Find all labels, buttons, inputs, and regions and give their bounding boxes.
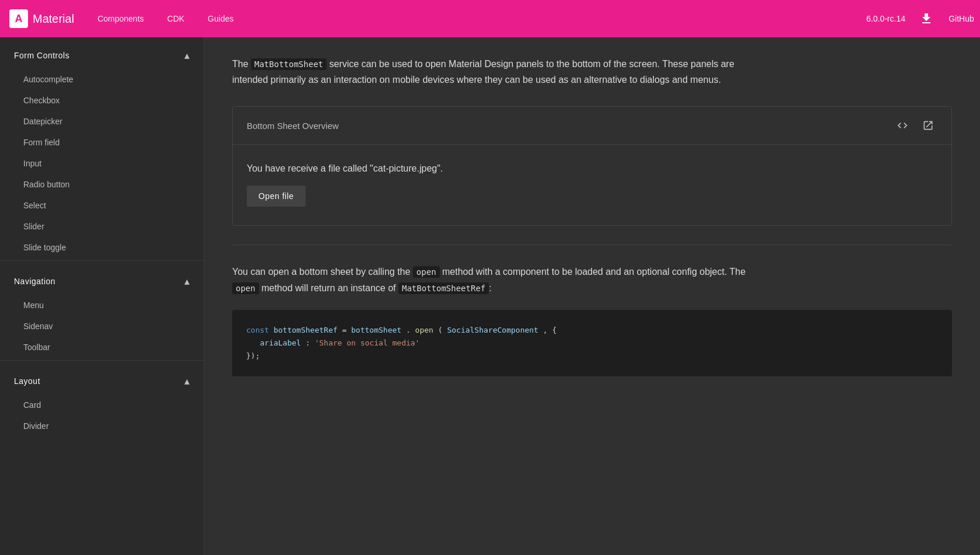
sidebar-item-divider[interactable]: Divider [0,416,204,437]
sidebar-item-radio-button[interactable]: Radio button [0,174,204,195]
sidebar-item-card[interactable]: Card [0,395,204,416]
sidebar-item-menu[interactable]: Menu [0,295,204,316]
code-view-button[interactable] [893,116,912,135]
logo-area[interactable]: A Material [9,9,74,28]
demo-title: Bottom Sheet Overview [247,121,339,131]
sidebar-item-slider[interactable]: Slider [0,216,204,237]
sidebar-item-autocomplete[interactable]: Autocomplete [0,69,204,90]
code-arg: SocialShareComponent [447,326,538,334]
code-line-3: }); [246,350,938,362]
chevron-up-icon-form-controls: ▴ [184,49,190,62]
page-layout: Form Controls ▴ Autocomplete Checkbox Da… [0,37,980,555]
demo-content: You have receive a file called "cat-pict… [233,145,951,225]
download-icon-button[interactable] [915,7,938,30]
nav-links: Components CDK Guides [88,9,866,28]
code-line-1: const bottomSheetRef = bottomSheet . ope… [246,324,938,337]
code-block: const bottomSheetRef = bottomSheet . ope… [232,310,952,376]
intro-code-1: MatBottomSheet [251,58,327,70]
code-var-name: bottomSheetRef [274,326,338,334]
sidebar-item-input[interactable]: Input [0,153,204,174]
body-code-ref: MatBottomSheetRef [398,282,489,294]
sidebar-section-title-form-controls: Form Controls [14,51,69,60]
body-text-2: method with a component to be loaded and… [440,267,746,277]
sidebar-item-select[interactable]: Select [0,195,204,216]
body-code-open: open [413,266,440,278]
demo-box: Bottom Sheet Overview You have rec [232,106,952,226]
sidebar-section-title-navigation: Navigation [14,277,55,286]
code-const: const [246,326,269,334]
external-link-icon [922,120,934,131]
code-prop-value: 'Share on social media' [314,338,419,347]
body-paragraph: You can open a bottom sheet by calling t… [232,264,757,295]
nav-link-guides[interactable]: Guides [198,9,243,28]
top-navigation: A Material Components CDK Guides 6.0.0-r… [0,0,980,37]
github-link[interactable]: GitHub [947,7,971,30]
code-obj-name: bottomSheet [351,326,401,334]
body-text-4: : [489,283,491,293]
sidebar-divider-1 [0,260,204,261]
code-fn-name: open [415,326,433,334]
demo-icons [893,116,937,135]
version-label: 6.0.0-rc.14 [866,14,905,23]
code-closing: }); [246,351,260,360]
brand-name: Material [33,12,74,26]
intro-text-1: The [232,59,251,69]
open-external-button[interactable] [919,116,937,135]
sidebar-divider-2 [0,360,204,361]
open-file-button[interactable]: Open file [247,186,306,207]
nav-link-cdk[interactable]: CDK [158,9,194,28]
sidebar-form-controls-items: Autocomplete Checkbox Datepicker Form fi… [0,69,204,258]
main-content: The MatBottomSheet service can be used t… [204,37,980,555]
sidebar-section-navigation[interactable]: Navigation ▴ [0,263,204,295]
download-icon [919,12,933,26]
sidebar: Form Controls ▴ Autocomplete Checkbox Da… [0,37,204,555]
nav-link-components[interactable]: Components [88,9,153,28]
sidebar-item-toolbar[interactable]: Toolbar [0,337,204,358]
sidebar-navigation-items: Menu Sidenav Toolbar [0,295,204,358]
body-text-3: method will return an instance of [259,283,398,293]
sidebar-section-layout[interactable]: Layout ▴ [0,363,204,395]
sidebar-item-form-field[interactable]: Form field [0,132,204,153]
code-icon [897,120,908,131]
sidebar-item-checkbox[interactable]: Checkbox [0,90,204,111]
code-prop-key: ariaLabel [260,338,300,347]
nav-right: 6.0.0-rc.14 GitHub [866,7,971,30]
sidebar-section-form-controls[interactable]: Form Controls ▴ [0,37,204,69]
github-label: GitHub [949,14,974,23]
material-logo-icon: A [9,9,28,28]
sidebar-item-slide-toggle[interactable]: Slide toggle [0,237,204,258]
intro-paragraph: The MatBottomSheet service can be used t… [232,56,757,88]
sidebar-item-datepicker[interactable]: Datepicker [0,111,204,132]
chevron-up-icon-layout: ▴ [184,375,190,388]
code-line-2: ariaLabel : 'Share on social media' [246,337,938,350]
demo-header: Bottom Sheet Overview [233,107,951,145]
sidebar-section-title-layout: Layout [14,376,40,386]
sidebar-item-sidenav[interactable]: Sidenav [0,316,204,337]
demo-message: You have receive a file called "cat-pict… [247,163,937,174]
chevron-up-icon-navigation: ▴ [184,275,190,288]
body-code-open2: open [232,282,259,294]
sidebar-layout-items: Card Divider [0,395,204,437]
body-text-1: You can open a bottom sheet by calling t… [232,267,413,277]
separator-line [232,245,952,245]
